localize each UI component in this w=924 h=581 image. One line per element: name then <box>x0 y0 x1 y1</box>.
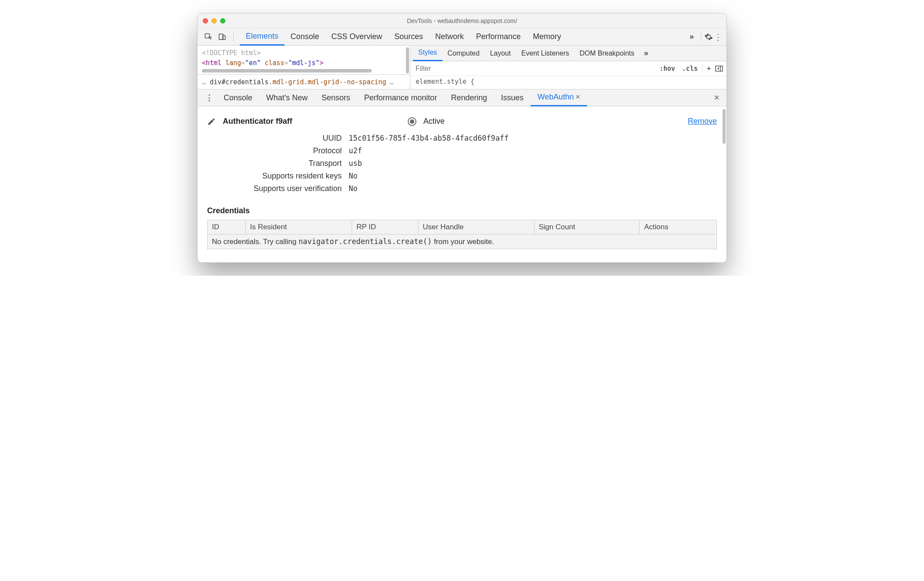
col-rp-id: RP ID <box>352 220 418 234</box>
styles-pane: StylesComputedLayoutEvent ListenersDOM B… <box>410 46 726 89</box>
col-is-resident: Is Resident <box>245 220 352 234</box>
vertical-scrollbar[interactable] <box>723 109 726 144</box>
drawer-tab-what-s-new[interactable]: What's New <box>259 89 314 106</box>
col-sign-count: Sign Count <box>534 220 640 234</box>
empty-msg-post: from your website. <box>432 238 494 246</box>
webauthn-pane: Authenticator f9aff Active Remove UUID15… <box>198 106 726 262</box>
drawer-tab-issues[interactable]: Issues <box>494 89 531 106</box>
titlebar: DevTools - webauthndemo.appspot.com/ <box>198 13 726 28</box>
info-key: Protocol <box>246 146 342 155</box>
info-key: Supports resident keys <box>246 172 342 181</box>
info-value: usb <box>349 159 362 168</box>
hov-button[interactable]: :hov <box>656 65 679 73</box>
credentials-table: IDIs ResidentRP IDUser HandleSign CountA… <box>207 220 717 249</box>
info-value: No <box>349 172 357 180</box>
vertical-scrollbar[interactable] <box>406 47 409 73</box>
tab-memory[interactable]: Memory <box>527 28 567 46</box>
styles-filter-row: :hov .cls + <box>410 61 726 76</box>
drawer-tabs: ⋮ ConsoleWhat's NewSensorsPerformance mo… <box>198 89 726 106</box>
style-rule[interactable]: element.style { <box>410 76 726 87</box>
toggle-sidebar-icon[interactable] <box>714 64 724 73</box>
breadcrumb-ellipsis: … <box>202 78 206 86</box>
styles-tab-styles[interactable]: Styles <box>413 46 442 61</box>
elements-pane: <!DOCTYPE html> <html lang="en" class="m… <box>198 46 410 89</box>
active-radio[interactable] <box>408 117 416 126</box>
breadcrumb[interactable]: … div#credentials.mdl-grid.mdl-grid--no-… <box>198 74 410 89</box>
styles-tab-layout[interactable]: Layout <box>485 46 516 61</box>
credentials-title: Credentials <box>207 206 717 215</box>
settings-gear-icon[interactable] <box>704 32 713 42</box>
window-title: DevTools - webauthndemo.appspot.com/ <box>198 17 726 24</box>
authenticator-info: UUID15c01f56-785f-43b4-ab58-4facd60f9aff… <box>246 134 717 193</box>
inspect-element-icon[interactable] <box>204 32 213 42</box>
info-key: UUID <box>246 134 342 143</box>
styles-filter-input[interactable] <box>410 65 656 73</box>
horizontal-scrollbar[interactable] <box>202 69 372 73</box>
tab-elements[interactable]: Elements <box>240 28 284 46</box>
main-split: <!DOCTYPE html> <html lang="en" class="m… <box>198 46 726 89</box>
drawer-kebab-icon[interactable]: ⋮ <box>202 93 217 102</box>
empty-msg-pre: No credentials. Try calling <box>212 238 298 246</box>
empty-msg-code: navigator.credentials.create() <box>298 237 432 246</box>
styles-more-tabs-icon[interactable]: » <box>640 49 653 58</box>
close-tab-icon[interactable]: × <box>574 92 580 102</box>
svg-rect-3 <box>716 66 723 71</box>
drawer-tab-sensors[interactable]: Sensors <box>315 89 357 106</box>
styles-tab-dom-breakpoints[interactable]: DOM Breakpoints <box>574 46 640 61</box>
tab-css-overview[interactable]: CSS Overview <box>325 28 388 46</box>
tab-network[interactable]: Network <box>429 28 470 46</box>
authenticator-title: Authenticator f9aff <box>223 117 292 126</box>
active-label: Active <box>423 117 445 126</box>
empty-credentials-row: No credentials. Try calling navigator.cr… <box>208 234 717 249</box>
more-tabs-icon[interactable]: » <box>685 32 698 41</box>
new-style-rule-icon[interactable]: + <box>703 65 714 73</box>
drawer-tab-webauthn[interactable]: WebAuthn × <box>531 89 587 106</box>
edit-pencil-icon[interactable] <box>207 117 216 126</box>
drawer-tab-rendering[interactable]: Rendering <box>444 89 494 106</box>
device-toolbar-icon[interactable] <box>218 32 227 42</box>
col-user-handle: User Handle <box>418 220 534 234</box>
info-value: u2f <box>349 146 362 155</box>
tab-console[interactable]: Console <box>284 28 325 46</box>
devtools-window: DevTools - webauthndemo.appspot.com/ Ele… <box>197 13 727 263</box>
kebab-menu-icon[interactable]: ⋮ <box>713 32 723 42</box>
tab-performance[interactable]: Performance <box>470 28 527 46</box>
breadcrumb-ellipsis: … <box>389 78 394 86</box>
styles-tab-event-listeners[interactable]: Event Listeners <box>516 46 574 61</box>
info-value: No <box>349 184 357 193</box>
dom-tree[interactable]: <!DOCTYPE html> <html lang="en" class="m… <box>198 46 410 69</box>
tab-sources[interactable]: Sources <box>388 28 429 46</box>
top-tabs: ElementsConsoleCSS OverviewSourcesNetwor… <box>198 28 726 46</box>
cls-button[interactable]: .cls <box>679 65 701 73</box>
close-drawer-icon[interactable]: × <box>711 92 722 103</box>
col-actions: Actions <box>640 220 717 234</box>
info-value: 15c01f56-785f-43b4-ab58-4facd60f9aff <box>349 134 508 142</box>
remove-authenticator-link[interactable]: Remove <box>688 117 717 126</box>
styles-tab-computed[interactable]: Computed <box>442 46 485 61</box>
col-id: ID <box>208 220 246 234</box>
info-key: Supports user verification <box>246 184 342 193</box>
drawer-tab-console[interactable]: Console <box>217 89 259 106</box>
info-key: Transport <box>246 159 342 168</box>
drawer-tab-performance-monitor[interactable]: Performance monitor <box>357 89 444 106</box>
